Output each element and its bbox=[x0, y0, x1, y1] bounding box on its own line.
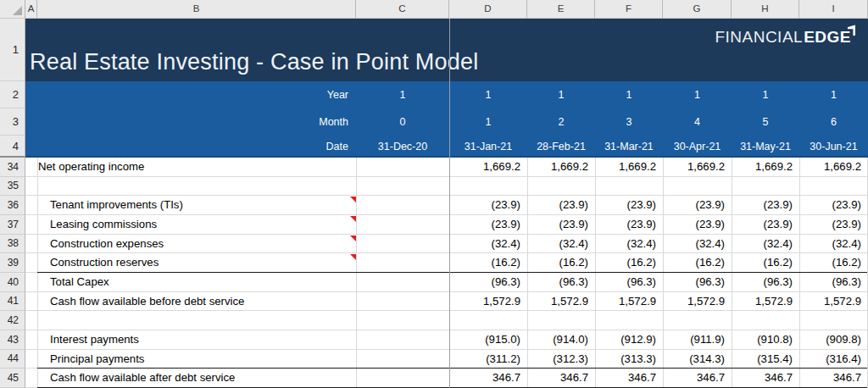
select-all-corner[interactable] bbox=[0, 0, 25, 19]
cell-I41[interactable]: 1,572.9 bbox=[799, 292, 868, 311]
title-banner-cell[interactable]: Real Estate Investing - Case in Point Mo… bbox=[25, 19, 868, 81]
row-header-45[interactable]: 45 bbox=[0, 369, 25, 388]
cell-G34[interactable]: 1,669.2 bbox=[663, 158, 732, 176]
row-header-36[interactable]: 36 bbox=[0, 196, 25, 215]
row-header-43[interactable]: 43 bbox=[0, 330, 25, 350]
cell-I38[interactable]: (32.4) bbox=[799, 235, 868, 253]
cell-E45[interactable]: 346.7 bbox=[527, 369, 595, 387]
cell-D44[interactable]: (311.2) bbox=[449, 350, 527, 369]
row-header-35[interactable]: 35 bbox=[0, 177, 25, 197]
cell-I35[interactable] bbox=[799, 177, 868, 196]
cell-I4[interactable]: 30-Jun-21 bbox=[799, 136, 868, 158]
cell-I36[interactable]: (23.9) bbox=[799, 196, 868, 214]
cell-G39[interactable]: (16.2) bbox=[663, 253, 732, 272]
row-header-40[interactable]: 40 bbox=[0, 273, 25, 292]
cell-C4[interactable]: 31-Dec-20 bbox=[356, 136, 449, 158]
cell-G36[interactable]: (23.9) bbox=[663, 196, 732, 214]
column-header-I[interactable]: I bbox=[799, 0, 868, 19]
column-header-H[interactable]: H bbox=[732, 0, 799, 19]
cell-D38[interactable]: (32.4) bbox=[449, 235, 527, 253]
column-header-E[interactable]: E bbox=[527, 0, 595, 19]
cell-F38[interactable]: (32.4) bbox=[595, 235, 663, 253]
cell-H42[interactable] bbox=[732, 311, 799, 330]
cell-B39[interactable]: Construction reserves bbox=[37, 253, 356, 272]
cell-E44[interactable]: (312.3) bbox=[527, 350, 595, 369]
cell-B42[interactable] bbox=[37, 311, 356, 330]
cell-F39[interactable]: (16.2) bbox=[595, 253, 663, 272]
cell-C37[interactable] bbox=[356, 215, 449, 234]
cell-G40[interactable]: (96.3) bbox=[663, 273, 732, 291]
cell-H36[interactable]: (23.9) bbox=[732, 196, 799, 214]
cell-I39[interactable]: (16.2) bbox=[799, 253, 868, 272]
row-header-41[interactable]: 41 bbox=[0, 292, 25, 312]
cell-C45[interactable] bbox=[356, 369, 449, 387]
cell-C43[interactable] bbox=[356, 330, 449, 349]
column-header-F[interactable]: F bbox=[595, 0, 663, 19]
cell-B34[interactable]: Net operating income bbox=[37, 158, 356, 176]
cell-D4[interactable]: 31-Jan-21 bbox=[449, 136, 527, 158]
cell-B40[interactable]: Total Capex bbox=[37, 273, 356, 291]
cell-E43[interactable]: (914.0) bbox=[527, 330, 595, 349]
column-header-G[interactable]: G bbox=[663, 0, 732, 19]
cell-C36[interactable] bbox=[356, 196, 449, 214]
cell-D35[interactable] bbox=[449, 177, 527, 196]
cell-F3[interactable]: 3 bbox=[595, 108, 663, 136]
cell-F41[interactable]: 1,572.9 bbox=[595, 292, 663, 311]
cell-E4[interactable]: 28-Feb-21 bbox=[527, 136, 595, 158]
cell-A34[interactable] bbox=[25, 158, 37, 176]
cell-A36[interactable] bbox=[25, 196, 37, 214]
cell-D39[interactable]: (16.2) bbox=[449, 253, 527, 272]
cell-I34[interactable]: 1,669.2 bbox=[799, 158, 868, 176]
cell-B38[interactable]: Construction expenses bbox=[37, 235, 356, 253]
cell-H44[interactable]: (315.4) bbox=[732, 350, 799, 369]
cell-D34[interactable]: 1,669.2 bbox=[449, 158, 527, 176]
cell-G2[interactable]: 1 bbox=[663, 81, 732, 108]
cell-E41[interactable]: 1,572.9 bbox=[527, 292, 595, 311]
cell-F45[interactable]: 346.7 bbox=[595, 369, 663, 387]
cell-H4[interactable]: 31-May-21 bbox=[732, 136, 799, 158]
cell-E3[interactable]: 2 bbox=[527, 108, 595, 136]
cell-E40[interactable]: (96.3) bbox=[527, 273, 595, 291]
row-header-3[interactable]: 3 bbox=[0, 108, 25, 136]
cell-D36[interactable]: (23.9) bbox=[449, 196, 527, 214]
cell-C41[interactable] bbox=[356, 292, 449, 311]
cell-F40[interactable]: (96.3) bbox=[595, 273, 663, 291]
cell-G35[interactable] bbox=[663, 177, 732, 196]
cell-G44[interactable]: (314.3) bbox=[663, 350, 732, 369]
column-header-A[interactable]: A bbox=[25, 0, 37, 19]
cell-E37[interactable]: (23.9) bbox=[527, 215, 595, 234]
cell-C34[interactable] bbox=[356, 158, 449, 176]
cell-I37[interactable]: (23.9) bbox=[799, 215, 868, 234]
cell-F34[interactable]: 1,669.2 bbox=[595, 158, 663, 176]
cell-H40[interactable]: (96.3) bbox=[732, 273, 799, 291]
row-header-34[interactable]: 34 bbox=[0, 158, 25, 177]
column-header-D[interactable]: D bbox=[449, 0, 527, 19]
cell-C44[interactable] bbox=[356, 350, 449, 369]
cell-A37[interactable] bbox=[25, 215, 37, 234]
cell-F36[interactable]: (23.9) bbox=[595, 196, 663, 214]
cell-G4[interactable]: 30-Apr-21 bbox=[663, 136, 732, 158]
cell-C39[interactable] bbox=[356, 253, 449, 272]
cell-H2[interactable]: 1 bbox=[732, 81, 799, 108]
cell-A39[interactable] bbox=[25, 253, 37, 272]
cell-C3[interactable]: 0 bbox=[356, 108, 449, 136]
cell-C35[interactable] bbox=[356, 177, 449, 196]
cell-B35[interactable] bbox=[37, 177, 356, 196]
cell-I3[interactable]: 6 bbox=[799, 108, 868, 136]
cell-A42[interactable] bbox=[25, 311, 37, 330]
cell-A38[interactable] bbox=[25, 235, 37, 253]
cell-B44[interactable]: Principal payments bbox=[37, 350, 356, 369]
cell-D40[interactable]: (96.3) bbox=[449, 273, 527, 291]
cell-I40[interactable]: (96.3) bbox=[799, 273, 868, 291]
cell-I42[interactable] bbox=[799, 311, 868, 330]
cell-D42[interactable] bbox=[449, 311, 527, 330]
cell-H3[interactable]: 5 bbox=[732, 108, 799, 136]
column-header-B[interactable]: B bbox=[37, 0, 356, 19]
cell-B41[interactable]: Cash flow available before debt service bbox=[37, 292, 356, 311]
cell-D3[interactable]: 1 bbox=[449, 108, 527, 136]
cell-C2[interactable]: 1 bbox=[356, 81, 449, 108]
cell-B2[interactable]: Year bbox=[25, 81, 356, 108]
cell-H43[interactable]: (910.8) bbox=[732, 330, 799, 349]
cell-H38[interactable]: (32.4) bbox=[732, 235, 799, 253]
cell-E42[interactable] bbox=[527, 311, 595, 330]
